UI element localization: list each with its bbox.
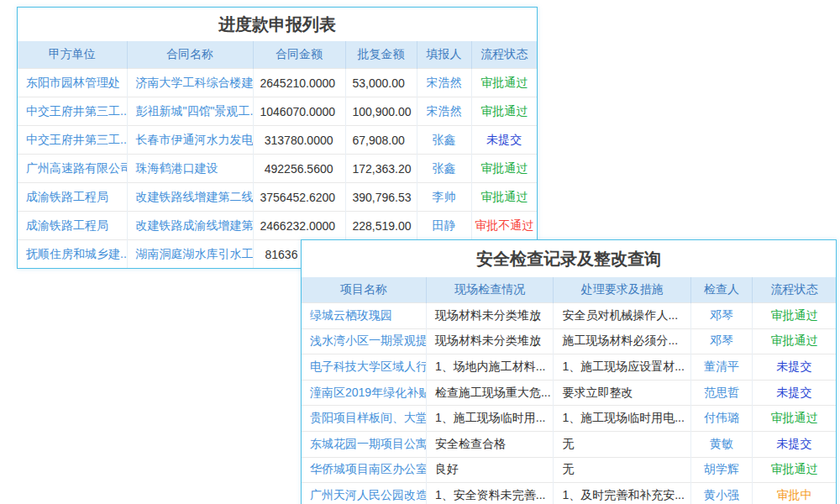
approved-amount: 172,363.20: [345, 155, 417, 183]
status-badge: 审批通过: [471, 155, 537, 183]
status-badge: 审批通过: [471, 183, 537, 212]
filler-name: 张鑫: [417, 126, 471, 155]
filler-name: 田静: [417, 212, 471, 240]
table-row: 贵阳项目样板间、大堂、1、施工现场临时用...1、施工现场临时用电...付伟璐审…: [302, 406, 836, 432]
contract-name-link[interactable]: 济南大学工科综合楼建...: [127, 69, 253, 97]
status-badge: 审批通过: [753, 457, 836, 483]
contract-name-link[interactable]: 湖南洞庭湖水库引水工...: [127, 240, 253, 269]
filler-name: 李帅: [417, 183, 471, 212]
party-unit-link[interactable]: 中交王府井第三工...: [18, 126, 127, 155]
contract-name-link[interactable]: 改建铁路线增建第二线...: [127, 183, 253, 212]
table-row: 广州天河人民公园改造工1、安全资料未完善...1、及时完善和补充安...黄小强审…: [302, 483, 836, 504]
progress-payment-table: 甲方单位合同名称合同金额批复金额填报人流程状态 东阳市园林管理处济南大学工科综合…: [18, 41, 537, 268]
inspector-name: 付伟璐: [690, 406, 752, 432]
progress-column-header: 填报人: [417, 41, 471, 69]
inspector-name: 董清平: [690, 354, 752, 381]
filler-name: 宋浩然: [417, 69, 471, 97]
inspection-situation: 安全检查合格: [426, 431, 553, 457]
table-row: 成渝铁路工程局改建铁路线增建第二线...3756452.6200390,796.…: [18, 183, 537, 212]
contract-name-link[interactable]: 彭祖新城"四馆"景观工...: [127, 97, 253, 126]
contract-name-link[interactable]: 改建铁路成渝线增建第...: [127, 212, 253, 240]
contract-amount: 3756452.6200: [253, 183, 345, 212]
contract-amount: 2466232.0000: [253, 212, 345, 240]
progress-column-header: 甲方单位: [18, 41, 127, 69]
table-row: 东阳市园林管理处济南大学工科综合楼建...2645210.000053,000.…: [18, 69, 537, 97]
safety-table-header-row: 项目名称现场检查情况处理要求及措施检查人流程状态: [302, 277, 836, 303]
party-unit-link[interactable]: 成渝铁路工程局: [18, 212, 127, 240]
measures-required: 施工现场材料必须分...: [554, 328, 691, 354]
inspector-name: 邓琴: [690, 303, 752, 329]
inspection-situation: 现场材料未分类堆放: [426, 303, 553, 329]
status-badge: 审批通过: [753, 328, 836, 354]
project-name-link[interactable]: 贵阳项目样板间、大堂、: [302, 406, 426, 432]
table-row: 中交王府井第三工...彭祖新城"四馆"景观工...1046070.0000100…: [18, 97, 537, 126]
inspection-situation: 1、场地内施工材料...: [426, 354, 553, 381]
contract-name-link[interactable]: 长春市伊通河水力发电...: [127, 126, 253, 155]
inspection-situation: 1、安全资料未完善...: [426, 483, 553, 504]
progress-column-header: 流程状态: [471, 41, 537, 69]
contract-name-link[interactable]: 珠海鹤港口建设: [127, 155, 253, 183]
filler-name: 宋浩然: [417, 97, 471, 126]
safety-column-header: 检查人: [690, 277, 752, 303]
progress-column-header: 批复金额: [345, 41, 417, 69]
approved-amount: 100,900.00: [345, 97, 417, 126]
table-row: 潼南区2019年绿化补贴项检查施工现场重大危...要求立即整改范思哲未提交: [302, 380, 836, 406]
progress-column-header: 合同金额: [253, 41, 345, 69]
measures-required: 1、施工现场临时用电...: [554, 406, 691, 432]
safety-column-header: 现场检查情况: [426, 277, 553, 303]
table-row: 浅水湾小区一期景观提升现场材料未分类堆放施工现场材料必须分...邓琴审批通过: [302, 328, 836, 354]
inspection-situation: 检查施工现场重大危...: [426, 380, 553, 406]
safety-inspection-title: 安全检查记录及整改查询: [302, 240, 836, 277]
status-badge: 审批通过: [753, 406, 836, 432]
measures-required: 要求立即整改: [554, 380, 691, 406]
table-row: 电子科技大学区域人行道1、场地内施工材料...1、施工现场应设置材...董清平未…: [302, 354, 836, 381]
status-badge: 未提交: [753, 354, 836, 381]
approved-amount: 67,908.00: [345, 126, 417, 155]
contract-amount: 492256.5600: [253, 155, 345, 183]
party-unit-link[interactable]: 成渝铁路工程局: [18, 183, 127, 212]
measures-required: 1、及时完善和补充安...: [554, 483, 691, 504]
project-name-link[interactable]: 电子科技大学区域人行道: [302, 354, 426, 381]
measures-required: 1、施工现场应设置材...: [554, 354, 691, 381]
table-row: 成渝铁路工程局改建铁路成渝线增建第...2466232.0000228,519.…: [18, 212, 537, 240]
safety-column-header: 项目名称: [302, 277, 426, 303]
status-badge: 未提交: [753, 431, 836, 457]
inspector-name: 黄小强: [690, 483, 752, 504]
inspector-name: 范思哲: [690, 380, 752, 406]
inspector-name: 胡学辉: [690, 457, 752, 483]
progress-payment-window: 进度款申报列表 甲方单位合同名称合同金额批复金额填报人流程状态 东阳市园林管理处…: [17, 7, 538, 269]
progress-table-header-row: 甲方单位合同名称合同金额批复金额填报人流程状态: [18, 41, 537, 69]
inspector-name: 邓琴: [690, 328, 752, 354]
party-unit-link[interactable]: 广州高速路有限公司: [18, 155, 127, 183]
project-name-link[interactable]: 华侨城项目南区办公室内: [302, 457, 426, 483]
approved-amount: 228,519.00: [345, 212, 417, 240]
table-row: 华侨城项目南区办公室内良好无胡学辉审批通过: [302, 457, 836, 483]
project-name-link[interactable]: 东城花园一期项目公寓大: [302, 431, 426, 457]
party-unit-link[interactable]: 中交王府井第三工...: [18, 97, 127, 126]
status-badge: 审批通过: [753, 303, 836, 329]
measures-required: 无: [554, 457, 691, 483]
project-name-link[interactable]: 浅水湾小区一期景观提升: [302, 328, 426, 354]
project-name-link[interactable]: 广州天河人民公园改造工: [302, 483, 426, 504]
party-unit-link[interactable]: 抚顺住房和城乡建...: [18, 240, 127, 269]
measures-required: 无: [554, 431, 691, 457]
filler-name: 张鑫: [417, 155, 471, 183]
status-badge: 审批通过: [471, 69, 537, 97]
status-badge: 审批中: [753, 483, 836, 504]
table-row: 绿城云栖玫瑰园现场材料未分类堆放安全员对机械操作人...邓琴审批通过: [302, 303, 836, 329]
safety-inspection-window: 安全检查记录及整改查询 项目名称现场检查情况处理要求及措施检查人流程状态 绿城云…: [301, 239, 837, 504]
project-name-link[interactable]: 绿城云栖玫瑰园: [302, 303, 426, 329]
approved-amount: 390,796.53: [345, 183, 417, 212]
status-badge: 审批通过: [471, 97, 537, 126]
inspector-name: 黄敏: [690, 431, 752, 457]
inspection-situation: 良好: [426, 457, 553, 483]
status-badge: 未提交: [471, 126, 537, 155]
status-badge: 未提交: [753, 380, 836, 406]
party-unit-link[interactable]: 东阳市园林管理处: [18, 69, 127, 97]
safety-column-header: 流程状态: [753, 277, 836, 303]
progress-column-header: 合同名称: [127, 41, 253, 69]
inspection-situation: 现场材料未分类堆放: [426, 328, 553, 354]
project-name-link[interactable]: 潼南区2019年绿化补贴项: [302, 380, 426, 406]
approved-amount: 53,000.00: [345, 69, 417, 97]
contract-amount: 313780.0000: [253, 126, 345, 155]
